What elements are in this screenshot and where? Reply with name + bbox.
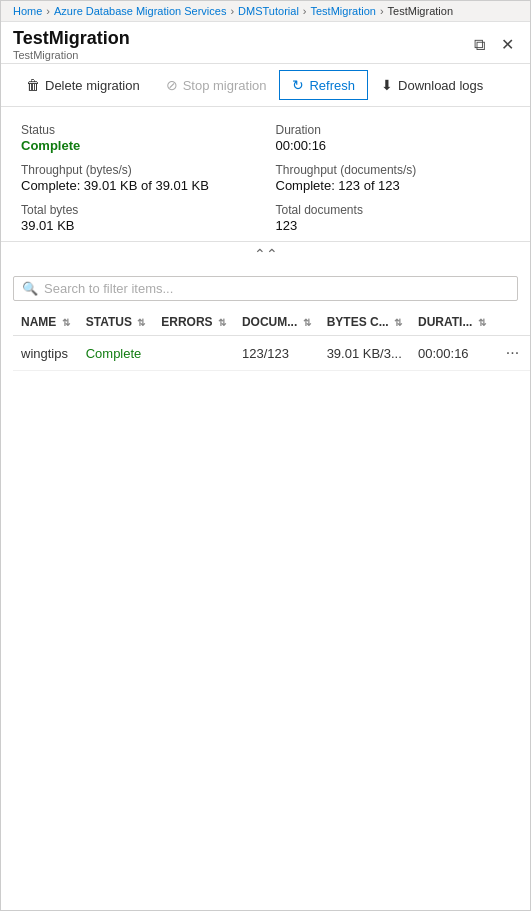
stop-icon: ⊘ xyxy=(166,77,178,93)
delete-migration-button[interactable]: 🗑 Delete migration xyxy=(13,70,153,100)
row-actions-button[interactable]: ··· xyxy=(502,344,523,362)
stat-status: Status Complete xyxy=(21,123,256,153)
breadcrumb-testmigration[interactable]: TestMigration xyxy=(311,5,376,17)
collapse-button[interactable]: ⌃⌃ xyxy=(1,242,530,268)
sort-name-icon: ⇅ xyxy=(62,317,70,328)
page-title: TestMigration xyxy=(13,28,130,49)
search-bar: 🔍 xyxy=(13,276,518,301)
sort-duration-icon: ⇅ xyxy=(478,317,486,328)
migration-table: NAME ⇅ STATUS ⇅ ERRORS ⇅ DOCUM... ⇅ BYTE… xyxy=(13,309,531,371)
cell-actions-0[interactable]: ··· xyxy=(494,336,531,371)
refresh-icon: ↻ xyxy=(292,77,304,93)
stats-section: Status Complete Duration 00:00:16 Throug… xyxy=(1,107,530,242)
cell-name-0: wingtips xyxy=(13,336,78,371)
col-status[interactable]: STATUS ⇅ xyxy=(78,309,154,336)
stat-throughput-bytes: Throughput (bytes/s) Complete: 39.01 KB … xyxy=(21,163,256,193)
cell-status-0: Complete xyxy=(78,336,154,371)
breadcrumb: Home › Azure Database Migration Services… xyxy=(1,1,530,22)
stat-duration: Duration 00:00:16 xyxy=(276,123,511,153)
chevron-up-icon: ⌃⌃ xyxy=(254,246,278,262)
sort-bytes-icon: ⇅ xyxy=(394,317,402,328)
stat-total-docs: Total documents 123 xyxy=(276,203,511,233)
sort-docs-icon: ⇅ xyxy=(303,317,311,328)
search-input[interactable] xyxy=(44,281,509,296)
breadcrumb-current: TestMigration xyxy=(388,5,453,17)
stop-migration-button[interactable]: ⊘ Stop migration xyxy=(153,70,280,100)
col-documents[interactable]: DOCUM... ⇅ xyxy=(234,309,319,336)
cell-documents-0: 123/123 xyxy=(234,336,319,371)
download-icon: ⬇ xyxy=(381,77,393,93)
refresh-button[interactable]: ↻ Refresh xyxy=(279,70,368,100)
table-container: NAME ⇅ STATUS ⇅ ERRORS ⇅ DOCUM... ⇅ BYTE… xyxy=(1,309,530,371)
toolbar: 🗑 Delete migration ⊘ Stop migration ↻ Re… xyxy=(1,64,530,107)
col-bytes[interactable]: BYTES C... ⇅ xyxy=(319,309,410,336)
table-header-row: NAME ⇅ STATUS ⇅ ERRORS ⇅ DOCUM... ⇅ BYTE… xyxy=(13,309,531,336)
table-row[interactable]: wingtipsComplete123/12339.01 KB/3...00:0… xyxy=(13,336,531,371)
search-icon: 🔍 xyxy=(22,281,38,296)
cell-bytes-0: 39.01 KB/3... xyxy=(319,336,410,371)
page-subtitle: TestMigration xyxy=(13,49,130,61)
delete-icon: 🗑 xyxy=(26,77,40,93)
cell-errors-0 xyxy=(153,336,234,371)
close-window-button[interactable]: ✕ xyxy=(497,33,518,56)
stat-total-bytes: Total bytes 39.01 KB xyxy=(21,203,256,233)
restore-window-button[interactable]: ⧉ xyxy=(470,33,489,56)
download-logs-button[interactable]: ⬇ Download logs xyxy=(368,70,496,100)
breadcrumb-dmstutorial[interactable]: DMSTutorial xyxy=(238,5,299,17)
cell-duration-0: 00:00:16 xyxy=(410,336,494,371)
col-errors[interactable]: ERRORS ⇅ xyxy=(153,309,234,336)
breadcrumb-home[interactable]: Home xyxy=(13,5,42,17)
stat-throughput-docs: Throughput (documents/s) Complete: 123 o… xyxy=(276,163,511,193)
breadcrumb-dms[interactable]: Azure Database Migration Services xyxy=(54,5,226,17)
sort-errors-icon: ⇅ xyxy=(218,317,226,328)
col-name[interactable]: NAME ⇅ xyxy=(13,309,78,336)
title-bar: TestMigration TestMigration ⧉ ✕ xyxy=(1,22,530,64)
col-duration[interactable]: DURATI... ⇅ xyxy=(410,309,494,336)
sort-status-icon: ⇅ xyxy=(137,317,145,328)
